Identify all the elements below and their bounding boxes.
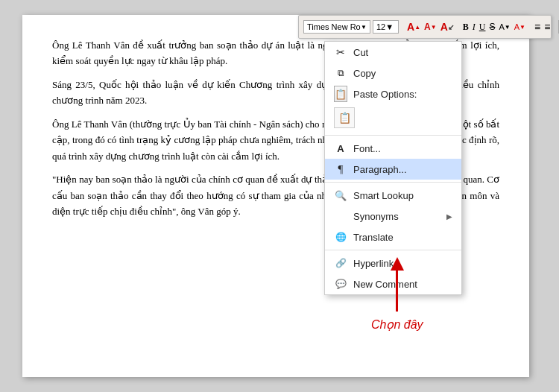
font-grow-icon[interactable]: A▲ xyxy=(406,19,421,35)
arrow-line xyxy=(396,271,398,312)
annotation-text: Chọn đây xyxy=(371,317,423,332)
annotation-arrow: Chọn đây xyxy=(371,257,423,332)
menu-divider-1 xyxy=(325,135,461,136)
menu-divider-3 xyxy=(325,250,461,250)
translate-label: Translate xyxy=(353,232,452,243)
paste-clipboard-icon: 📋 xyxy=(334,86,347,102)
menu-item-paste-options[interactable]: 📋 Paste Options: xyxy=(325,83,461,104)
formatting-toolbar: Times New Ro ▼ 12 ▼ A▲ A▼ A↙ B I U S A▼ … xyxy=(298,15,552,39)
menu-item-translate[interactable]: 🌐 Translate xyxy=(325,227,461,247)
highlight-color-button[interactable]: A▼ xyxy=(498,19,511,35)
menu-item-cut[interactable]: ✂ Cut xyxy=(325,42,461,63)
menu-divider-2 xyxy=(325,182,461,183)
clear-format-icon[interactable]: A↙ xyxy=(440,19,455,35)
italic-button[interactable]: I xyxy=(472,19,476,35)
strikethrough-button[interactable]: S xyxy=(488,19,496,35)
menu-item-copy[interactable]: ⧉ Copy xyxy=(325,63,461,83)
font-color-button[interactable]: A▼ xyxy=(514,19,526,35)
numbering-button[interactable]: ≡ xyxy=(543,19,551,35)
paragraph-label: Paragraph... xyxy=(353,164,452,175)
font-size-label: 12 xyxy=(376,22,385,31)
menu-item-paragraph[interactable]: ¶ Paragraph... xyxy=(325,159,461,180)
arrow-head-up xyxy=(391,257,404,271)
paste-options-buttons: 📋 xyxy=(334,107,452,128)
copy-icon: ⧉ xyxy=(334,66,347,80)
font-menu-icon: A xyxy=(334,142,347,155)
paste-keep-source-button[interactable]: 📋 xyxy=(334,107,355,128)
paste-icon: 📋 xyxy=(334,87,347,101)
translate-icon: 🌐 xyxy=(334,230,347,244)
font-name-label: Times New Ro xyxy=(307,22,361,31)
new-comment-icon: 💬 xyxy=(334,277,347,291)
font-label: Font... xyxy=(353,143,452,154)
font-size-selector[interactable]: 12 ▼ xyxy=(373,20,399,34)
smart-lookup-label: Smart Lookup xyxy=(353,190,452,201)
font-dropdown-arrow: ▼ xyxy=(361,24,367,31)
paste-options-row: 📋 xyxy=(325,104,461,133)
menu-item-font[interactable]: A Font... xyxy=(325,138,461,159)
smart-lookup-icon: 🔍 xyxy=(334,189,347,202)
copy-label: Copy xyxy=(353,68,452,79)
font-shrink-icon[interactable]: A▼ xyxy=(423,19,438,35)
bullets-button[interactable]: ≡ xyxy=(534,19,541,35)
hyperlink-icon: 🔗 xyxy=(334,256,347,270)
synonyms-icon xyxy=(334,209,347,223)
paste-options-label: Paste Options: xyxy=(353,89,452,100)
font-name-selector[interactable]: Times New Ro ▼ xyxy=(303,20,370,34)
menu-item-synonyms[interactable]: Synonyms ▶ xyxy=(325,206,461,227)
paragraph-icon: ¶ xyxy=(334,162,347,176)
menu-item-smart-lookup[interactable]: 🔍 Smart Lookup xyxy=(325,185,461,206)
synonyms-arrow: ▶ xyxy=(446,212,452,221)
size-dropdown-arrow: ▼ xyxy=(385,22,394,31)
bold-button[interactable]: B xyxy=(462,19,470,35)
cut-icon: ✂ xyxy=(334,45,347,59)
synonyms-label: Synonyms xyxy=(353,211,440,222)
cut-label: Cut xyxy=(353,47,452,58)
underline-button[interactable]: U xyxy=(479,19,487,35)
